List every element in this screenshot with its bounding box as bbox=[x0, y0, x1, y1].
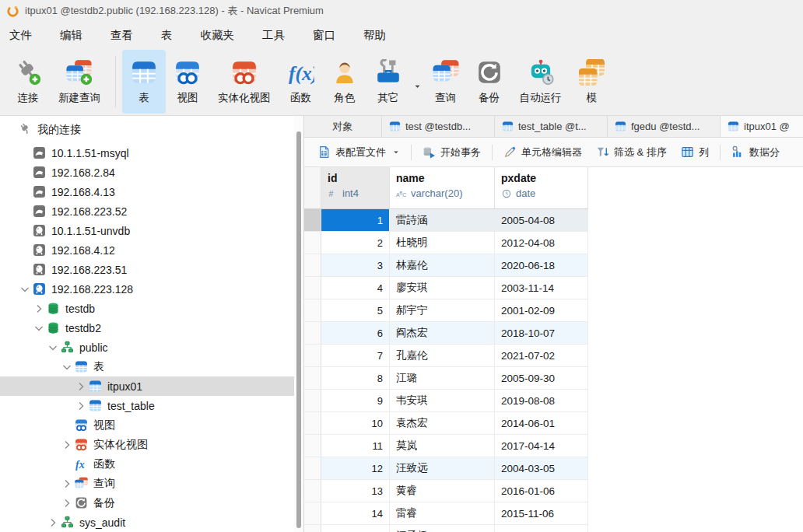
cell-pxdate[interactable]: 2005-04-08 bbox=[495, 209, 588, 232]
cell-name[interactable]: 雷詩涵 bbox=[390, 209, 495, 232]
cell-id[interactable]: 4 bbox=[321, 277, 390, 299]
row-selector[interactable] bbox=[304, 254, 321, 277]
chevron-right-icon[interactable] bbox=[61, 497, 73, 509]
tree-item-testdb2[interactable]: testdb2 bbox=[0, 318, 294, 338]
tree-item-192.168.4.12[interactable]: 192.168.4.12 bbox=[0, 240, 294, 260]
cell-id[interactable]: 11 bbox=[321, 435, 390, 457]
toolbar-button[interactable]: 其它 bbox=[366, 50, 410, 114]
table-row[interactable]: 2杜晓明2012-04-08 bbox=[304, 232, 803, 254]
cell-pxdate[interactable]: 2001-02-09 bbox=[495, 299, 588, 322]
table-row[interactable]: 1雷詩涵2005-04-08 bbox=[304, 209, 803, 232]
table-row[interactable]: 7孔嘉伦2021-07-02 bbox=[304, 345, 803, 367]
cell-id[interactable]: 3 bbox=[321, 254, 390, 277]
table-row[interactable]: 12汪致远2004-03-05 bbox=[304, 457, 803, 480]
cell-id[interactable]: 2 bbox=[321, 232, 390, 254]
cell-name[interactable]: 林嘉伦 bbox=[390, 254, 495, 277]
toolbar-button[interactable]: f(x)函数 bbox=[279, 50, 323, 114]
row-selector[interactable] bbox=[304, 412, 321, 435]
table-row[interactable]: 13黄睿2016-01-06 bbox=[304, 480, 803, 502]
tree-item-[interactable]: 实体化视图 bbox=[0, 435, 294, 454]
table-row[interactable]: 14雷睿2015-11-06 bbox=[304, 502, 803, 525]
table-toolbar-button[interactable]: 单元格编辑器 bbox=[496, 142, 589, 163]
menu-item[interactable]: 表 bbox=[161, 28, 173, 43]
tree-item-[interactable]: 我的连接 bbox=[0, 120, 294, 139]
table-row[interactable]: 15江子桥2001-09-30 bbox=[304, 525, 803, 532]
sidebar-scrollbar[interactable] bbox=[294, 116, 303, 532]
cell-name[interactable]: 郝宇宁 bbox=[390, 299, 495, 322]
toolbar-button[interactable]: 自动运行 bbox=[511, 50, 570, 114]
cell-name[interactable]: 孔嘉伦 bbox=[390, 345, 495, 367]
tree-item-[interactable]: 视图 bbox=[0, 415, 294, 435]
table-row[interactable]: 6阎杰宏2018-10-07 bbox=[304, 322, 803, 345]
cell-pxdate[interactable]: 2019-08-08 bbox=[495, 390, 588, 412]
tree-item-public[interactable]: public bbox=[0, 338, 294, 357]
cell-id[interactable]: 1 bbox=[321, 209, 390, 232]
table-toolbar-button[interactable]: 表配置文件 bbox=[310, 142, 407, 163]
row-selector[interactable] bbox=[304, 232, 321, 254]
menu-item[interactable]: 帮助 bbox=[363, 28, 386, 43]
tree-item-[interactable]: fx函数 bbox=[0, 454, 294, 474]
cell-pxdate[interactable]: 2001-09-30 bbox=[495, 525, 588, 532]
toolbar-button[interactable]: 实体化视图 bbox=[209, 50, 279, 114]
tree-item-192.168.223.51[interactable]: 192.168.223.51 bbox=[0, 260, 294, 279]
toolbar-button[interactable]: 查询 bbox=[424, 50, 468, 114]
tab-test_tablet[interactable]: test_table @t... bbox=[495, 116, 608, 137]
row-selector[interactable] bbox=[304, 277, 321, 299]
cell-pxdate[interactable]: 2020-06-18 bbox=[495, 254, 588, 277]
cell-pxdate[interactable]: 2018-10-07 bbox=[495, 322, 588, 345]
cell-id[interactable]: 5 bbox=[321, 299, 390, 322]
cell-id[interactable]: 15 bbox=[321, 525, 390, 532]
row-selector[interactable] bbox=[304, 457, 321, 480]
cell-pxdate[interactable]: 2017-04-14 bbox=[495, 435, 588, 457]
chevron-right-icon[interactable] bbox=[75, 400, 87, 412]
menu-item[interactable]: 查看 bbox=[110, 28, 133, 43]
column-header-id[interactable]: id#int4 bbox=[321, 167, 390, 209]
tree-item-sys_audit[interactable]: sys_audit bbox=[0, 513, 294, 532]
table-row[interactable]: 11莫岚2017-04-14 bbox=[304, 435, 803, 457]
tree-item-itpux01[interactable]: itpux01 bbox=[0, 376, 294, 396]
row-selector[interactable] bbox=[304, 502, 321, 525]
menu-item[interactable]: 窗口 bbox=[313, 28, 335, 43]
tab-testtestdb[interactable]: test @testdb... bbox=[382, 116, 495, 137]
cell-id[interactable]: 6 bbox=[321, 322, 390, 345]
cell-pxdate[interactable]: 2003-11-14 bbox=[495, 277, 588, 299]
tab-[interactable]: 对象 bbox=[304, 116, 382, 137]
row-selector[interactable] bbox=[304, 525, 321, 532]
cell-name[interactable]: 雷睿 bbox=[390, 502, 495, 525]
row-selector[interactable] bbox=[304, 367, 321, 390]
cell-pxdate[interactable]: 2016-01-06 bbox=[495, 480, 588, 502]
cell-name[interactable]: 袁杰宏 bbox=[390, 412, 495, 435]
tree-item-test_table[interactable]: test_table bbox=[0, 396, 294, 415]
cell-id[interactable]: 9 bbox=[321, 390, 390, 412]
menu-item[interactable]: 文件 bbox=[9, 28, 32, 43]
table-toolbar-button[interactable]: 筛选 & 排序 bbox=[589, 142, 674, 163]
row-selector[interactable] bbox=[304, 299, 321, 322]
toolbar-button[interactable]: 视图 bbox=[166, 50, 209, 114]
chevron-right-icon[interactable] bbox=[33, 303, 45, 315]
table-row[interactable]: 5郝宇宁2001-02-09 bbox=[304, 299, 803, 322]
tree-item-testdb[interactable]: testdb bbox=[0, 299, 294, 318]
cell-id[interactable]: 10 bbox=[321, 412, 390, 435]
cell-pxdate[interactable]: 2005-09-30 bbox=[495, 367, 588, 390]
cell-name[interactable]: 廖安琪 bbox=[390, 277, 495, 299]
tree-item-192.168.2.84[interactable]: 192.168.2.84 bbox=[0, 163, 294, 182]
cell-name[interactable]: 韦安琪 bbox=[390, 390, 495, 412]
menu-item[interactable]: 收藏夹 bbox=[201, 28, 235, 43]
table-toolbar-button[interactable]: 开始事务 bbox=[416, 142, 488, 163]
tree-item-192.168.4.13[interactable]: 192.168.4.13 bbox=[0, 182, 294, 201]
cell-id[interactable]: 7 bbox=[321, 345, 390, 367]
column-header-pxdate[interactable]: pxdatedate bbox=[495, 167, 588, 209]
cell-pxdate[interactable]: 2014-06-01 bbox=[495, 412, 588, 435]
table-row[interactable]: 8江璐2005-09-30 bbox=[304, 367, 803, 390]
chevron-down-icon[interactable] bbox=[19, 283, 31, 296]
cell-name[interactable]: 汪致远 bbox=[390, 457, 495, 480]
tab-itpux01[interactable]: itpux01 @ bbox=[721, 116, 803, 137]
cell-name[interactable]: 莫岚 bbox=[390, 435, 495, 457]
toolbar-button[interactable]: 连接 bbox=[6, 50, 50, 114]
table-row[interactable]: 9韦安琪2019-08-08 bbox=[304, 390, 803, 412]
tab-fgedutestd[interactable]: fgedu @testd... bbox=[608, 116, 721, 137]
chevron-right-icon[interactable] bbox=[61, 439, 73, 451]
cell-name[interactable]: 黄睿 bbox=[390, 480, 495, 502]
cell-id[interactable]: 14 bbox=[321, 502, 390, 525]
toolbar-button[interactable]: 表 bbox=[122, 50, 166, 114]
